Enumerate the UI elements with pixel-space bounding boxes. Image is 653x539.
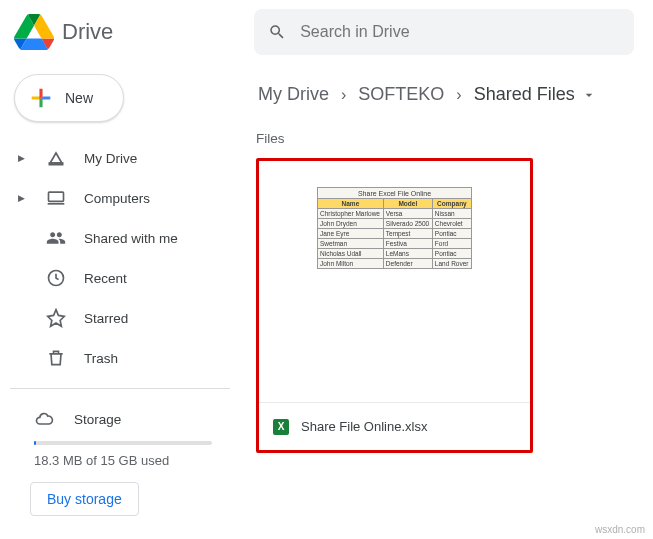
nav-label: My Drive [84, 151, 137, 166]
nav-label: Computers [84, 191, 150, 206]
breadcrumb-softeko[interactable]: SOFTEKO [356, 80, 446, 109]
file-thumbnail: Share Excel File Online NameModelCompany… [259, 161, 530, 402]
nav-item-storage[interactable]: Storage [10, 399, 230, 439]
nav-item-mydrive[interactable]: ▶ My Drive [10, 138, 230, 178]
logo-area[interactable]: Drive [14, 12, 254, 52]
header: Drive [0, 0, 653, 64]
drive-logo-icon [14, 12, 54, 52]
caret-icon: ▶ [18, 153, 28, 163]
main-content: My Drive › SOFTEKO › Shared Files Files … [240, 64, 653, 539]
file-card[interactable]: Share Excel File Online NameModelCompany… [256, 158, 533, 453]
search-icon [268, 22, 286, 42]
nav-item-trash[interactable]: Trash [10, 338, 230, 378]
dropdown-icon [581, 87, 597, 103]
svg-rect-0 [49, 163, 62, 165]
trash-icon [46, 348, 66, 368]
sidebar: New ▶ My Drive ▶ Computers Shared with m… [0, 64, 240, 539]
nav-label: Starred [84, 311, 128, 326]
breadcrumb-mydrive[interactable]: My Drive [256, 80, 331, 109]
file-name: Share File Online.xlsx [301, 419, 427, 434]
nav-label: Shared with me [84, 231, 178, 246]
new-button-label: New [65, 90, 93, 106]
recent-icon [46, 268, 66, 288]
nav-item-recent[interactable]: Recent [10, 258, 230, 298]
svg-rect-1 [49, 192, 64, 201]
brand-text: Drive [62, 19, 113, 45]
cloud-icon [34, 409, 54, 429]
buy-storage-button[interactable]: Buy storage [30, 482, 139, 516]
search-box[interactable] [254, 9, 634, 55]
divider [10, 388, 230, 389]
nav-item-starred[interactable]: Starred [10, 298, 230, 338]
star-icon [46, 308, 66, 328]
thumbnail-sheet: Share Excel File Online NameModelCompany… [317, 187, 472, 269]
new-button[interactable]: New [14, 74, 124, 122]
section-label: Files [256, 131, 643, 146]
breadcrumb: My Drive › SOFTEKO › Shared Files [256, 80, 643, 109]
nav-list: ▶ My Drive ▶ Computers Shared with me Re… [10, 138, 230, 378]
computers-icon [46, 188, 66, 208]
plus-icon [27, 84, 55, 112]
nav-label: Trash [84, 351, 118, 366]
storage-label: Storage [74, 412, 121, 427]
nav-item-computers[interactable]: ▶ Computers [10, 178, 230, 218]
caret-icon: ▶ [18, 193, 28, 203]
chevron-right-icon: › [456, 86, 461, 104]
file-footer: X Share File Online.xlsx [259, 402, 530, 450]
nav-item-shared[interactable]: Shared with me [10, 218, 230, 258]
nav-label: Recent [84, 271, 127, 286]
watermark: wsxdn.com [595, 524, 645, 535]
search-input[interactable] [300, 23, 620, 41]
shared-icon [46, 228, 66, 248]
breadcrumb-current[interactable]: Shared Files [472, 80, 599, 109]
excel-icon: X [273, 419, 289, 435]
mydrive-icon [46, 148, 66, 168]
chevron-right-icon: › [341, 86, 346, 104]
storage-usage: 18.3 MB of 15 GB used [10, 453, 230, 468]
storage-bar [34, 441, 212, 445]
